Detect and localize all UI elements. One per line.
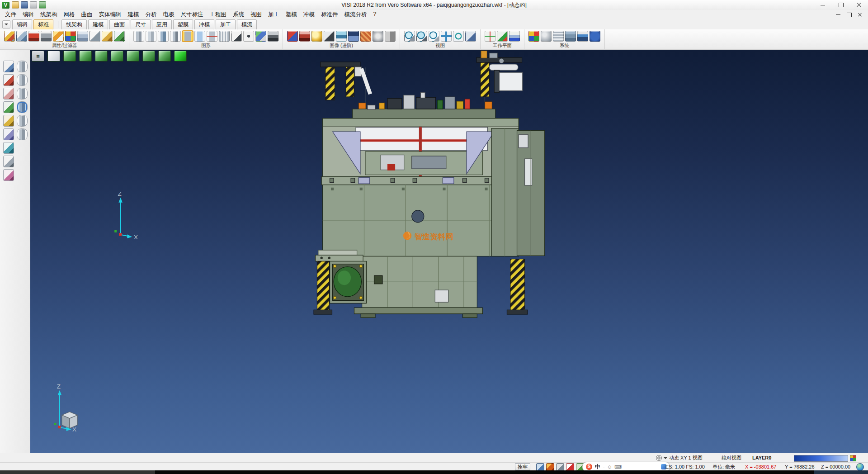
database-icon[interactable] bbox=[565, 31, 576, 42]
measure-tool-icon[interactable] bbox=[3, 115, 14, 127]
zoom-window-icon[interactable] bbox=[416, 31, 427, 42]
filter-disable-icon[interactable] bbox=[41, 31, 52, 42]
quick-select-icon[interactable] bbox=[53, 31, 64, 42]
menu-item[interactable]: 建模 bbox=[125, 10, 142, 19]
menu-item[interactable]: 标准件 bbox=[318, 10, 341, 19]
viewport-3d[interactable]: ≡ bbox=[30, 50, 868, 453]
ribbon-tab[interactable]: 尺寸 bbox=[131, 19, 151, 30]
view-mode-selector[interactable]: 动态 XY 1 视图 bbox=[656, 453, 703, 463]
ribbon-tab[interactable]: 塑膜 bbox=[173, 19, 193, 30]
close-button[interactable] bbox=[850, 0, 868, 10]
ime-tool-icon[interactable]: ⌨ bbox=[614, 463, 622, 471]
surface-filter-icon[interactable] bbox=[17, 115, 28, 127]
background-color-icon[interactable] bbox=[348, 31, 359, 42]
element-filter-icon[interactable] bbox=[28, 31, 39, 42]
menu-item[interactable]: 文件 bbox=[2, 10, 19, 19]
back-view-icon[interactable] bbox=[142, 51, 155, 62]
scene-settings-icon[interactable] bbox=[385, 31, 396, 42]
select-by-color-icon[interactable] bbox=[65, 31, 76, 42]
minimize-button[interactable] bbox=[814, 0, 832, 10]
menu-item[interactable]: 网格 bbox=[61, 10, 78, 19]
select-by-layer-icon[interactable] bbox=[77, 31, 88, 42]
ribbon-tab[interactable]: 线架构 bbox=[61, 19, 87, 30]
menu-item[interactable]: 编辑 bbox=[19, 10, 37, 19]
iso-view-icon[interactable] bbox=[63, 51, 76, 62]
point-filter-icon[interactable] bbox=[17, 61, 28, 72]
move-tool-icon[interactable] bbox=[3, 101, 14, 113]
mdi-restore-button[interactable] bbox=[844, 11, 854, 19]
ime-tool-icon[interactable]: · bbox=[603, 463, 605, 471]
mesh-filter-icon[interactable] bbox=[17, 128, 28, 140]
solid-filter-icon[interactable] bbox=[17, 101, 28, 113]
menu-item[interactable]: 曲面 bbox=[78, 10, 96, 19]
select-tool-icon[interactable] bbox=[3, 61, 14, 72]
show-edges-icon[interactable] bbox=[231, 31, 242, 42]
modify-attributes-icon[interactable] bbox=[4, 31, 15, 42]
surface-tool-icon[interactable] bbox=[3, 156, 14, 167]
mdi-close-button[interactable] bbox=[854, 11, 865, 19]
ribbon-tab[interactable]: 模流 bbox=[237, 19, 257, 30]
ribbon-tab[interactable]: 应用 bbox=[152, 19, 172, 30]
standard-view-icon[interactable] bbox=[47, 51, 60, 62]
line-filter-icon[interactable] bbox=[17, 74, 28, 86]
wireframe-view-icon[interactable] bbox=[133, 31, 144, 42]
ime-tool-icon[interactable]: ☺ bbox=[607, 463, 612, 471]
menu-item[interactable]: 实体编辑 bbox=[96, 10, 125, 19]
globe-icon[interactable] bbox=[856, 463, 864, 471]
pan-view-icon[interactable] bbox=[441, 31, 452, 42]
menu-item[interactable]: 塑模 bbox=[283, 10, 300, 19]
ribbon-tab[interactable]: 标准 bbox=[33, 19, 53, 30]
shadow-toggle-icon[interactable] bbox=[324, 31, 335, 42]
show-points-icon[interactable] bbox=[243, 31, 254, 42]
isolate-elements-icon[interactable] bbox=[102, 31, 113, 42]
menu-item[interactable]: 电极 bbox=[160, 10, 178, 19]
menu-item[interactable]: 线架构 bbox=[37, 10, 61, 19]
translucent-view-icon[interactable] bbox=[194, 31, 205, 42]
menu-item[interactable]: 系统 bbox=[230, 10, 247, 19]
trim-tool-icon[interactable] bbox=[3, 74, 14, 86]
menu-item[interactable]: ? bbox=[370, 10, 380, 19]
ribbon-tab[interactable]: 加工 bbox=[216, 19, 236, 30]
grid-settings-icon[interactable] bbox=[553, 31, 564, 42]
workplane-entity-icon[interactable] bbox=[497, 31, 508, 42]
delete-tool-icon[interactable] bbox=[3, 88, 14, 100]
curve-tool-icon[interactable] bbox=[3, 142, 14, 154]
left-view-icon[interactable] bbox=[127, 51, 139, 62]
section-view-icon[interactable] bbox=[207, 31, 217, 42]
ribbon-tab[interactable]: 建模 bbox=[88, 19, 108, 30]
print-icon[interactable] bbox=[30, 1, 37, 9]
hidden-line-view-icon[interactable] bbox=[146, 31, 156, 42]
shaded-edges-view-icon[interactable] bbox=[170, 31, 181, 42]
dynamic-hidden-line-icon[interactable] bbox=[182, 31, 193, 42]
menu-item[interactable]: 加工 bbox=[265, 10, 283, 19]
mdi-minimize-button[interactable] bbox=[833, 11, 844, 19]
menu-item[interactable]: 视图 bbox=[247, 10, 265, 19]
workplane-xy-icon[interactable] bbox=[485, 31, 495, 42]
lock-toggle-button[interactable]: 拴牢 bbox=[515, 463, 530, 470]
ambient-occlusion-icon[interactable] bbox=[373, 31, 383, 42]
zoom-all-icon[interactable] bbox=[404, 31, 415, 42]
layer-manager-icon[interactable] bbox=[577, 31, 588, 42]
color-swatch[interactable] bbox=[850, 455, 856, 461]
plane-tool-icon[interactable] bbox=[3, 169, 14, 181]
texture-mapping-icon[interactable] bbox=[360, 31, 371, 42]
ime-logo-icon[interactable]: S bbox=[586, 464, 592, 470]
zoom-in-out-icon[interactable] bbox=[429, 31, 439, 42]
menu-item[interactable]: 尺寸标注 bbox=[178, 10, 207, 19]
copy-attributes-icon[interactable] bbox=[16, 31, 27, 42]
save-icon[interactable] bbox=[21, 1, 28, 9]
advanced-render-icon[interactable] bbox=[287, 31, 298, 42]
ribbon-tab[interactable]: 曲面 bbox=[109, 19, 129, 30]
ime-language-toggle[interactable]: 中 bbox=[595, 463, 600, 471]
material-editor-icon[interactable] bbox=[299, 31, 310, 42]
right-view-icon[interactable] bbox=[111, 51, 123, 62]
menu-item[interactable]: 模流分析 bbox=[341, 10, 370, 19]
annotation-tool-icon[interactable] bbox=[3, 128, 14, 140]
tab-overflow-button[interactable] bbox=[2, 20, 10, 28]
restore-filter-icon[interactable] bbox=[114, 31, 125, 42]
shaded-view-icon[interactable] bbox=[158, 31, 169, 42]
info-icon[interactable] bbox=[590, 31, 600, 42]
front-view-icon[interactable] bbox=[79, 51, 92, 62]
ribbon-tab[interactable]: 编辑 bbox=[12, 19, 32, 30]
active-layer-label[interactable]: LAYER0 bbox=[752, 453, 771, 463]
